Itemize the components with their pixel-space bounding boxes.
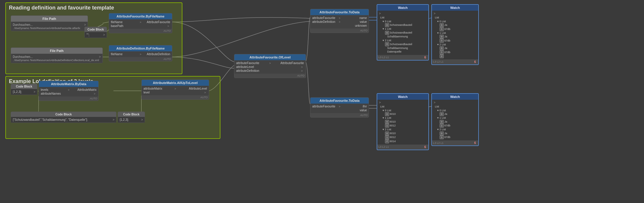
watch-node-4[interactable]: Watch > List ▾ 0 List 0 Ja ▾ 1 List 0 Ja… bbox=[431, 93, 479, 146]
code-block-3-header: Code Block bbox=[11, 112, 116, 117]
file-path-1-sublabel: Durchsuchen... bbox=[13, 23, 33, 26]
watch-3-header: Watch bbox=[377, 94, 428, 100]
watch-4-input-arrow: > bbox=[434, 101, 435, 104]
attr-fav-to-data-1-port-in1: attributeFavourite bbox=[312, 16, 337, 20]
attr-fav-to-data-1-auto: AUTO bbox=[310, 28, 369, 33]
watch-2-tree: List ▾ 0 List 0 Ja 1 67db ▾ 1 List 0 Ja … bbox=[434, 16, 476, 58]
attr-matrix-all-up-to-level-node[interactable]: AttributeMatrix.AllUpToLevel attributeMa… bbox=[141, 80, 209, 100]
attr-fav-by-filename-port-out: AttributeFavourite bbox=[143, 20, 170, 24]
watch-1-count: 6 bbox=[423, 55, 427, 60]
code-block-2-value: [1,2,3]; bbox=[13, 90, 22, 93]
attr-fav-by-filename-auto: AUTO bbox=[109, 29, 172, 33]
code-block-4-header: Code Block bbox=[118, 112, 145, 117]
attr-matrix-by-data-port-out: AttributeMatrix bbox=[71, 88, 97, 91]
attr-def-by-filename-header: AttributeDefinition.ByFileName bbox=[109, 45, 172, 51]
code-block-2-arrow: > bbox=[34, 90, 35, 93]
attr-fav-to-data-2-node[interactable]: AttributeFavourite.ToData attributeFavou… bbox=[310, 97, 369, 118]
watch-node-2[interactable]: Watch > List ▾ 0 List 0 Ja 1 67db ▾ 1 Li… bbox=[431, 4, 479, 65]
code-block-1-arrow: > bbox=[103, 33, 105, 37]
code-block-node-3[interactable]: Code Block ["Schutzwandbauteil","Schalld… bbox=[11, 112, 116, 123]
file-path-2-arrow: > bbox=[99, 55, 101, 58]
file-path-2-header: File Path bbox=[11, 48, 102, 54]
code-block-node-4[interactable]: Code Block [1,2,3]; > bbox=[118, 112, 145, 123]
attr-fav-of-level-auto: AUTO bbox=[234, 74, 306, 78]
watch-2-header: Watch bbox=[432, 5, 478, 11]
watch-4-count: 6 bbox=[473, 141, 477, 145]
attr-fav-of-level-node[interactable]: AttributeFavourite.OfLevel attributeFavo… bbox=[234, 54, 306, 78]
attr-fav-to-data-1-port-value: value bbox=[342, 20, 367, 23]
attr-matrix-by-data-port-names: attributeNames bbox=[41, 92, 93, 95]
attr-matrix-all-up-to-level-port-matrix: attributeMatrix bbox=[143, 87, 173, 90]
code-block-2-header: Code Block bbox=[11, 84, 37, 89]
watch-1-input-arrow: > bbox=[379, 12, 381, 15]
code-block-4-arrow: > bbox=[141, 118, 143, 121]
watch-4-tree: List ▾ 0 List 0 Ja ▾ 1 List 0 Ja 1 67db … bbox=[434, 105, 476, 139]
attr-matrix-all-up-to-level-port-level: level bbox=[143, 91, 203, 94]
attr-fav-to-data-2-header: AttributeFavourite.ToData bbox=[310, 98, 369, 104]
attr-matrix-by-data-header: AttributeMatrix.ByData bbox=[39, 81, 98, 87]
attr-fav-to-data-1-node[interactable]: AttributeFavourite.ToData attributeFavou… bbox=[310, 9, 369, 33]
attr-fav-by-filename-node[interactable]: AttributeFavourite.ByFileName fileName >… bbox=[109, 13, 172, 33]
code-block-node-1[interactable]: Code Block ""; > bbox=[84, 27, 107, 38]
watch-2-footer-levels: L3 L2 L1 bbox=[433, 60, 443, 63]
attr-matrix-all-up-to-level-port-out: AttributeLevel bbox=[177, 87, 207, 90]
attr-matrix-by-data-port-levels: levels bbox=[41, 88, 67, 91]
code-block-1-value1: ""; bbox=[86, 33, 89, 37]
watch-1-footer-levels: L3 L2 L1 bbox=[378, 56, 389, 59]
file-path-1-header: File Path bbox=[11, 16, 88, 22]
file-path-node-2[interactable]: File Path Durchsuchen... > ..\IlseDynamo… bbox=[11, 47, 103, 63]
watch-node-1[interactable]: Watch > List ▾ 0 List 0 Schutzwandbautei… bbox=[377, 4, 429, 61]
watch-2-count: 6 bbox=[473, 60, 477, 64]
canvas: Reading definition and favourite templat… bbox=[0, 0, 644, 203]
attr-matrix-all-up-to-level-header: AttributeMatrix.AllUpToLevel bbox=[142, 80, 209, 86]
attr-fav-to-data-2-port-ifnr: ifnr bbox=[342, 105, 367, 108]
code-block-node-2[interactable]: Code Block [1,2,3]; > bbox=[11, 84, 37, 95]
attr-matrix-by-data-node[interactable]: AttributeMatrix.ByData levels > Attribut… bbox=[39, 81, 99, 101]
attr-fav-of-level-header: AttributeFavourite.OfLevel bbox=[234, 54, 306, 60]
code-block-4-value: [1,2,3]; bbox=[120, 118, 129, 121]
file-path-1-path: ..\IlseDynamo.Tests\Resources\AttributeF… bbox=[13, 27, 86, 30]
attr-matrix-all-up-to-level-auto: AUTO bbox=[142, 95, 209, 99]
watch-2-footer: L3 L2 L1 6 bbox=[432, 59, 478, 64]
attr-fav-by-filename-port-filename: fileName bbox=[111, 20, 138, 24]
group1-title: Reading definition and favourite templat… bbox=[6, 3, 182, 12]
watch-1-footer: L3 L2 L1 6 bbox=[377, 55, 428, 60]
code-block-3-arrow: > bbox=[113, 118, 114, 121]
code-block-3-value: ["Schutzwandbauteil","Schalldaemmung", "… bbox=[13, 118, 88, 121]
file-path-2-path: ..\IlseDynamo.Tests\Resources\AttributeD… bbox=[13, 59, 101, 62]
watch-4-footer-levels: L3 L2 L1 bbox=[433, 142, 443, 145]
attr-fav-of-level-port-in3: attributeDefinition bbox=[236, 69, 300, 72]
attr-fav-to-data-2-auto: AUTO bbox=[310, 113, 369, 117]
attr-fav-by-filename-header: AttributeFavourite.ByFileName bbox=[109, 13, 172, 19]
attr-fav-to-data-1-header: AttributeFavourite.ToData bbox=[310, 9, 369, 15]
file-path-node-1[interactable]: File Path Durchsuchen... > ..\IlseDynamo… bbox=[11, 15, 88, 31]
file-path-2-sublabel: Durchsuchen... bbox=[13, 55, 33, 58]
code-block-1-header: Code Block bbox=[85, 27, 107, 32]
attr-fav-to-data-1-port-unknown: unknown bbox=[341, 24, 367, 27]
attr-def-by-filename-node[interactable]: AttributeDefinition.ByFileName fileName … bbox=[109, 45, 172, 61]
attr-def-by-filename-auto: AUTO bbox=[109, 57, 172, 61]
watch-4-footer: L3 L2 L1 6 bbox=[432, 140, 478, 145]
attr-fav-to-data-1-port-in2: attributeDefinition bbox=[312, 20, 337, 23]
watch-3-tree: List ▾ 0 List 0 6010 ▾ 1 List 0 6010 1 6… bbox=[379, 105, 427, 143]
attr-def-by-filename-port-out: AttributeDefinition bbox=[143, 53, 170, 56]
watch-3-footer-levels: L3 L2 L1 bbox=[378, 145, 389, 148]
watch-1-tree: List ▾ 0 List 0 Schutzwandbauteil ▾ 1 Li… bbox=[379, 16, 427, 54]
attr-fav-of-level-port-out: AttributeFavourite bbox=[272, 61, 304, 65]
watch-2-input-arrow: > bbox=[434, 12, 435, 15]
attr-def-by-filename-port-filename: fileName bbox=[111, 53, 138, 56]
attr-matrix-by-data-auto: AUTO bbox=[39, 96, 98, 101]
attr-fav-of-level-port-in1: attributeFavourite bbox=[236, 61, 268, 65]
attr-fav-to-data-2-port-value: value bbox=[341, 109, 367, 112]
watch-3-input-arrow: > bbox=[379, 101, 381, 104]
file-path-1-arrow: > bbox=[84, 23, 86, 26]
attr-fav-of-level-port-in2: attributeLevel bbox=[236, 65, 300, 69]
watch-4-header: Watch bbox=[432, 94, 478, 100]
watch-3-count: 6 bbox=[423, 145, 427, 149]
attr-fav-to-data-2-port-in1: attributeFavourite bbox=[312, 105, 337, 108]
attr-fav-by-filename-port-basepath: basePath bbox=[111, 24, 166, 28]
watch-node-3[interactable]: Watch > List ▾ 0 List 0 6010 ▾ 1 List 0 … bbox=[377, 93, 429, 150]
watch-3-footer: L3 L2 L1 6 bbox=[377, 145, 428, 150]
attr-fav-to-data-1-port-name: name bbox=[342, 16, 367, 20]
watch-1-header: Watch bbox=[377, 5, 428, 11]
